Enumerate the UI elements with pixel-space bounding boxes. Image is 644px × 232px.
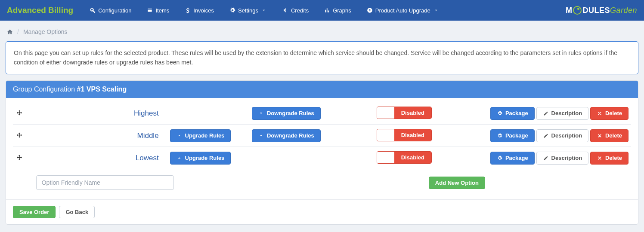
panel-header: Group Configuration #1 VPS Scaling: [6, 81, 638, 98]
topbar: Advanced Billing Configuration Items Inv…: [0, 0, 644, 21]
downgrade-rules-button[interactable]: Downgrade Rules: [252, 129, 321, 142]
gear-icon: [497, 133, 503, 139]
panel-title: #1 VPS Scaling: [77, 85, 127, 93]
go-back-button[interactable]: Go Back: [59, 206, 95, 218]
brand-title: Advanced Billing: [7, 6, 73, 15]
status-toggle[interactable]: Disabled: [377, 151, 432, 164]
pencil-icon: [543, 155, 549, 161]
breadcrumb-current: Manage Options: [23, 28, 68, 35]
breadcrumb: / Manage Options: [0, 21, 644, 41]
nav-credits[interactable]: Credits: [276, 4, 315, 17]
table-row: HighestDowngrade RulesDisabledPackage De…: [13, 102, 631, 125]
package-button[interactable]: Package: [490, 152, 535, 165]
delete-button[interactable]: Delete: [590, 107, 629, 120]
breadcrumb-separator: /: [17, 28, 19, 35]
package-button[interactable]: Package: [490, 107, 535, 120]
nav-label: Invoices: [193, 7, 214, 14]
gear-icon: [229, 7, 235, 13]
status-toggle[interactable]: Disabled: [377, 129, 432, 141]
group-configuration-panel: Group Configuration #1 VPS Scaling Highe…: [6, 80, 638, 225]
option-name: Middle: [34, 125, 167, 147]
description-button[interactable]: Description: [536, 152, 589, 165]
add-new-option-button[interactable]: Add New Option: [429, 177, 485, 189]
table-row: MiddleUpgrade RulesDowngrade RulesDisabl…: [13, 125, 631, 147]
panel-title-prefix: Group Configuration: [13, 85, 75, 93]
bar-chart-icon: [324, 7, 330, 13]
upgrade-rules-button[interactable]: Upgrade Rules: [170, 129, 231, 142]
nav-label: Items: [155, 7, 169, 14]
euro-icon: [282, 7, 288, 13]
package-button[interactable]: Package: [490, 129, 535, 142]
status-label: Disabled: [394, 152, 431, 163]
upgrade-rules-button[interactable]: Upgrade Rules: [170, 152, 231, 165]
wrench-icon: [90, 7, 96, 13]
nav-settings[interactable]: Settings: [223, 4, 273, 17]
nav-items[interactable]: Items: [141, 4, 175, 17]
nav-label: Graphs: [333, 7, 351, 14]
description-button[interactable]: Description: [536, 107, 589, 120]
nav-label: Product Auto Upgrade: [375, 7, 430, 14]
chevron-down-icon: [261, 7, 267, 13]
status-label: Disabled: [394, 107, 431, 119]
modulesgarden-logo: MDULESGarden: [566, 6, 637, 15]
chevron-down-icon: [433, 7, 439, 13]
home-icon[interactable]: [7, 29, 13, 35]
nav-label: Configuration: [98, 7, 131, 14]
delete-button[interactable]: Delete: [590, 129, 629, 142]
arrow-up-circle-icon: [367, 7, 373, 13]
save-order-button[interactable]: Save Order: [13, 206, 56, 218]
chevron-down-icon: [258, 133, 264, 139]
option-name-input[interactable]: [36, 175, 174, 190]
dollar-icon: [185, 7, 191, 13]
nav-label: Settings: [238, 7, 258, 14]
primary-nav: Configuration Items Invoices Settings Cr…: [84, 4, 566, 17]
drag-handle[interactable]: [13, 147, 34, 169]
close-icon: [597, 155, 603, 161]
nav-graphs[interactable]: Graphs: [318, 4, 357, 17]
gear-icon: [497, 110, 503, 116]
nav-invoices[interactable]: Invoices: [179, 4, 220, 17]
status-label: Disabled: [394, 129, 431, 141]
chevron-up-icon: [176, 133, 183, 139]
pencil-icon: [543, 110, 549, 116]
options-table: HighestDowngrade RulesDisabledPackage De…: [13, 102, 631, 199]
close-icon: [597, 110, 603, 116]
drag-handle[interactable]: [13, 102, 34, 125]
close-icon: [597, 133, 603, 139]
status-toggle[interactable]: Disabled: [377, 107, 432, 119]
nav-product-auto-upgrade[interactable]: Product Auto Upgrade: [361, 4, 445, 17]
delete-button[interactable]: Delete: [590, 152, 629, 165]
chevron-up-icon: [176, 155, 183, 161]
option-name: Lowest: [34, 147, 167, 169]
option-name: Highest: [34, 102, 167, 125]
downgrade-rules-button[interactable]: Downgrade Rules: [252, 107, 321, 120]
description-button[interactable]: Description: [536, 129, 589, 142]
drag-handle[interactable]: [13, 125, 34, 147]
nav-configuration[interactable]: Configuration: [84, 4, 137, 17]
list-icon: [147, 7, 153, 13]
chevron-down-icon: [258, 110, 264, 116]
gear-icon: [497, 155, 503, 161]
info-box: On this page you can set up rules for th…: [6, 41, 638, 74]
panel-footer: Save Order Go Back: [6, 199, 638, 224]
table-row: LowestUpgrade RulesDisabledPackage Descr…: [13, 147, 631, 169]
pencil-icon: [543, 133, 549, 139]
nav-label: Credits: [291, 7, 309, 14]
